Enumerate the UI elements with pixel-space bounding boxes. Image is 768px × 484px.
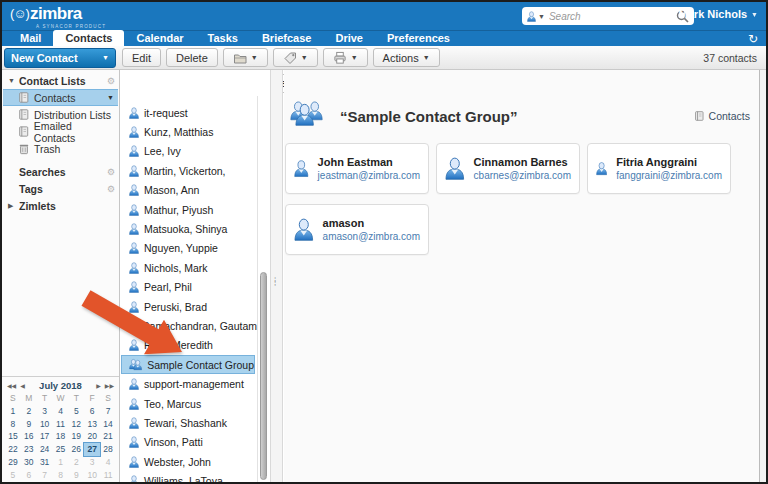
zimlets-header[interactable]: ▶ Zimlets	[2, 197, 119, 214]
calendar-day[interactable]: 24	[37, 443, 53, 456]
calendar-day[interactable]: 19	[68, 430, 84, 443]
calendar-day[interactable]: 3	[37, 405, 53, 418]
calendar-day[interactable]: 8	[5, 418, 21, 431]
sidebar-item-emailed-contacts[interactable]: Emailed Contacts	[2, 123, 119, 140]
calendar-day[interactable]: 6	[21, 469, 37, 482]
contact-list-item[interactable]: Mason, Ann	[121, 181, 257, 200]
calendar-day[interactable]: 21	[100, 430, 116, 443]
calendar-day[interactable]: 22	[5, 443, 21, 456]
contact-list-item[interactable]: Pearl, Phil	[121, 278, 257, 297]
calendar-day[interactable]: 5	[68, 405, 84, 418]
calendar-day[interactable]: 11	[100, 469, 116, 482]
move-to-folder-button[interactable]: ▼	[223, 48, 268, 67]
user-menu[interactable]: Mark Nichols ▼	[679, 8, 758, 20]
searches-header[interactable]: Searches ⚙	[2, 163, 119, 180]
contact-list-item[interactable]: Lee, Ivy	[121, 142, 257, 161]
print-button[interactable]: ▼	[323, 48, 368, 67]
tag-button[interactable]: ▼	[273, 48, 318, 67]
expand-caret-icon[interactable]: ▶	[8, 202, 15, 210]
contact-list-item[interactable]: Mathur, Piyush	[121, 200, 257, 219]
search-scope-person-icon[interactable]	[527, 11, 536, 22]
tags-header[interactable]: Tags ⚙	[2, 180, 119, 197]
calendar-day[interactable]: 29	[5, 456, 21, 469]
calendar-day[interactable]: 9	[21, 418, 37, 431]
calendar-day[interactable]: 18	[53, 430, 69, 443]
app-tab[interactable]: Tasks	[196, 30, 250, 46]
calendar-day[interactable]: 14	[100, 418, 116, 431]
contact-list-item[interactable]: Nichols, Mark	[121, 258, 257, 277]
calendar-day[interactable]: 5	[5, 469, 21, 482]
contact-list-scrollbar[interactable]	[257, 96, 268, 482]
calendar-day[interactable]: 11	[53, 418, 69, 431]
contact-list-item[interactable]: support-management	[121, 374, 257, 393]
contact-list-item[interactable]: it-request	[121, 103, 257, 122]
folder-location-label[interactable]: Contacts	[694, 110, 750, 122]
contact-list-item[interactable]: Ramachandran, Gautam	[121, 316, 257, 335]
contact-list-item[interactable]: Sample Contact Group	[121, 355, 255, 374]
contact-list-item[interactable]: Vinson, Patti	[121, 433, 257, 452]
app-tab[interactable]: Calendar	[124, 30, 195, 46]
calendar-day[interactable]: 2	[21, 405, 37, 418]
collapse-caret-icon[interactable]: ▼	[8, 77, 15, 84]
calendar-day[interactable]: 31	[37, 456, 53, 469]
gear-icon[interactable]: ⚙	[107, 76, 115, 86]
contact-list-item[interactable]: Matsuoka, Shinya	[121, 219, 257, 238]
calendar-prev-year-icon[interactable]: ◀◀	[5, 382, 18, 389]
contact-list-item[interactable]: Teo, Marcus	[121, 394, 257, 413]
delete-button[interactable]: Delete	[166, 48, 218, 67]
app-tab[interactable]: Briefcase	[250, 30, 324, 46]
contact-list-item[interactable]: Roth, Meredith	[121, 336, 257, 355]
calendar-day[interactable]: 26	[68, 443, 84, 456]
calendar-day[interactable]: 10	[37, 418, 53, 431]
new-contact-caret-icon[interactable]: ▼	[102, 54, 109, 61]
item-menu-caret-icon[interactable]: ▼	[107, 94, 114, 101]
scrollbar-thumb[interactable]	[260, 272, 267, 480]
calendar-day[interactable]: 17	[37, 430, 53, 443]
calendar-day[interactable]: 10	[84, 469, 100, 482]
calendar-day[interactable]: 7	[37, 469, 53, 482]
calendar-day[interactable]: 23	[21, 443, 37, 456]
calendar-day[interactable]: 13	[84, 418, 100, 431]
calendar-next-year-icon[interactable]: ▶▶	[103, 382, 116, 389]
calendar-day[interactable]: 20	[84, 430, 100, 443]
calendar-next-month-icon[interactable]: ▶	[94, 382, 103, 389]
app-tab[interactable]: Drive	[323, 30, 375, 46]
member-card[interactable]: Cinnamon Barnes cbarnes@zimbra.com	[436, 143, 580, 194]
calendar-day[interactable]: 2	[68, 456, 84, 469]
content-scrollbar[interactable]	[759, 70, 766, 482]
contact-list-item[interactable]: Williams, LaToya	[121, 471, 257, 484]
splitter-grip-icon[interactable]: ⁞⁞	[274, 278, 276, 286]
member-card[interactable]: Fitria Anggraini fanggraini@zimbra.com	[587, 143, 731, 194]
calendar-day[interactable]: 28	[100, 443, 116, 456]
contact-lists-header[interactable]: ▼ Contact Lists ⚙	[2, 72, 119, 89]
contact-list-item[interactable]: Tewari, Shashank	[121, 413, 257, 432]
calendar-day[interactable]: 15	[5, 430, 21, 443]
gear-icon[interactable]: ⚙	[107, 184, 115, 194]
member-card[interactable]: John Eastman jeastman@zimbra.com	[285, 143, 429, 194]
search-scope-caret-icon[interactable]: ▼	[538, 13, 545, 20]
search-input[interactable]	[549, 11, 676, 22]
calendar-day[interactable]: 6	[84, 405, 100, 418]
calendar-prev-month-icon[interactable]: ◀	[18, 382, 27, 389]
edit-button[interactable]: Edit	[122, 48, 161, 67]
calendar-day[interactable]: 4	[53, 405, 69, 418]
calendar-day[interactable]: 30	[21, 456, 37, 469]
calendar-day[interactable]: 9	[68, 469, 84, 482]
calendar-day[interactable]: 1	[53, 456, 69, 469]
app-tab[interactable]: Contacts	[53, 30, 124, 46]
calendar-day[interactable]: 4	[100, 456, 116, 469]
member-card[interactable]: amason amason@zimbra.com	[285, 204, 429, 255]
app-tab[interactable]: Mail	[8, 30, 53, 46]
calendar-day[interactable]: 7	[100, 405, 116, 418]
calendar-day[interactable]: 1	[5, 405, 21, 418]
sidebar-item-contacts[interactable]: Contacts ▼	[3, 89, 118, 106]
search-bar[interactable]: ▼	[522, 7, 694, 25]
gear-icon[interactable]: ⚙	[107, 167, 115, 177]
contact-list-item[interactable]: Peruski, Brad	[121, 297, 257, 316]
panel-splitter[interactable]: ⁞⁞	[270, 70, 283, 482]
calendar-day[interactable]: 16	[21, 430, 37, 443]
calendar-day[interactable]: 27	[84, 443, 100, 456]
actions-button[interactable]: Actions ▼	[373, 48, 440, 67]
calendar-day[interactable]: 8	[53, 469, 69, 482]
contact-list-item[interactable]: Kunz, Matthias	[121, 122, 257, 141]
